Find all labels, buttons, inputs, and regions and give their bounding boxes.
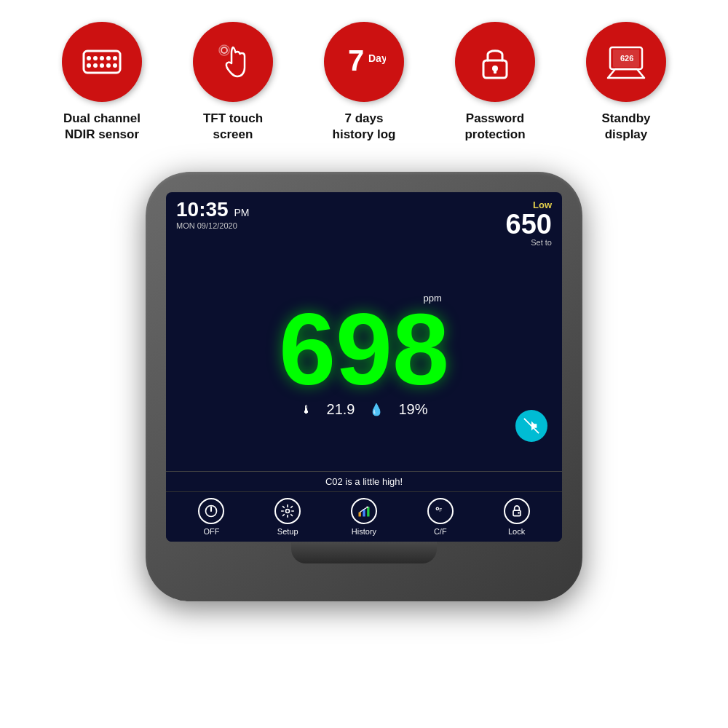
svg-point-1 xyxy=(87,56,91,60)
status-block: Low 650 Set to xyxy=(506,199,552,247)
set-to-label: Set to xyxy=(531,238,552,247)
chart-icon xyxy=(357,504,371,518)
device-container: 10:35 PM MON 09/12/2020 Low 650 Set to p… xyxy=(0,157,728,601)
lock-icon xyxy=(473,40,517,84)
lock-label: Lock xyxy=(508,527,525,536)
lock-toolbar-icon xyxy=(510,504,524,518)
password-icon-circle xyxy=(455,22,535,102)
standby-label: Standbydisplay xyxy=(601,111,650,143)
screen-date: MON 09/12/2020 xyxy=(176,221,249,230)
svg-point-9 xyxy=(113,56,117,60)
ampm-value: PM xyxy=(234,207,249,218)
mute-button[interactable] xyxy=(515,410,547,442)
svg-text:626: 626 xyxy=(620,54,633,63)
cf-label: C/F xyxy=(434,527,447,536)
history-icon: 7 Days xyxy=(342,40,386,84)
svg-rect-17 xyxy=(494,68,496,74)
svg-text:7: 7 xyxy=(348,44,364,76)
svg-point-4 xyxy=(93,63,98,68)
svg-text:F: F xyxy=(439,507,442,513)
feature-dual-channel: Dual channelNDIR sensor xyxy=(44,22,160,143)
history-icon-circle: 7 Days xyxy=(324,22,404,102)
gear-icon xyxy=(280,504,295,518)
svg-point-32 xyxy=(518,512,520,514)
display-icon: 626 xyxy=(604,40,648,84)
features-section: Dual channelNDIR sensor TFT touchscreen … xyxy=(0,0,728,157)
svg-point-3 xyxy=(93,56,98,60)
tft-touch-icon-circle xyxy=(193,22,273,102)
history-btn-label: History xyxy=(352,527,376,536)
mute-icon xyxy=(523,418,539,434)
svg-text:Days: Days xyxy=(368,52,386,64)
co2-limit-value: 650 xyxy=(506,210,552,238)
gear-icon-circle xyxy=(274,498,301,524)
svg-point-29 xyxy=(436,507,438,510)
history-label: 7 dayshistory log xyxy=(333,111,396,143)
toolbar-history-button[interactable]: History xyxy=(351,498,377,536)
time-block: 10:35 PM MON 09/12/2020 xyxy=(176,199,249,230)
svg-rect-25 xyxy=(358,513,360,517)
svg-point-7 xyxy=(106,56,111,60)
device-stand xyxy=(291,542,437,563)
sensor-icon xyxy=(80,40,124,84)
toolbar-lock-button[interactable]: Lock xyxy=(504,498,530,536)
device-screen: 10:35 PM MON 09/12/2020 Low 650 Set to p… xyxy=(166,192,562,542)
screen-time: 10:35 PM xyxy=(176,199,249,220)
svg-point-10 xyxy=(113,63,117,68)
tft-touch-label: TFT touchscreen xyxy=(203,111,263,143)
temp-icon-circle: F xyxy=(427,498,454,524)
standby-icon-circle: 626 xyxy=(586,22,666,102)
lock-icon-circle xyxy=(504,498,530,524)
power-icon-circle xyxy=(198,498,224,524)
time-value: 10:35 xyxy=(176,198,229,221)
power-icon xyxy=(204,504,218,518)
svg-point-5 xyxy=(100,56,104,60)
screen-main: 10:35 PM MON 09/12/2020 Low 650 Set to p… xyxy=(166,192,562,542)
dual-channel-icon-circle xyxy=(62,22,142,102)
svg-rect-27 xyxy=(367,507,369,516)
svg-point-11 xyxy=(221,47,227,53)
password-label: Passwordprotection xyxy=(464,111,525,143)
feature-password: Passwordprotection xyxy=(437,22,553,143)
toolbar-setup-button[interactable]: Setup xyxy=(274,498,301,536)
svg-point-24 xyxy=(286,510,290,513)
reading-area: ppm 698 🌡 21.9 💧 19% xyxy=(166,247,562,471)
alert-text: C02 is a little high! xyxy=(325,476,403,487)
setup-label: Setup xyxy=(277,527,298,536)
toolbar-cf-button[interactable]: F C/F xyxy=(427,498,454,536)
toolbar-off-button[interactable]: OFF xyxy=(198,498,224,536)
svg-point-6 xyxy=(100,63,104,68)
co2-reading: 698 xyxy=(279,304,449,395)
feature-standby: 626 Standbydisplay xyxy=(568,22,684,143)
celsius-fahrenheit-icon: F xyxy=(433,504,448,518)
screen-toolbar: OFF Setup xyxy=(166,491,562,542)
svg-point-2 xyxy=(87,63,91,68)
svg-point-8 xyxy=(106,63,111,68)
off-label: OFF xyxy=(203,527,219,536)
dual-channel-label: Dual channelNDIR sensor xyxy=(63,111,141,143)
chart-icon-circle xyxy=(351,498,377,524)
feature-tft-touch: TFT touchscreen xyxy=(175,22,291,143)
alert-message: C02 is a little high! xyxy=(166,471,562,491)
screen-topbar: 10:35 PM MON 09/12/2020 Low 650 Set to xyxy=(166,192,562,247)
device-body: 10:35 PM MON 09/12/2020 Low 650 Set to p… xyxy=(146,172,582,601)
touch-icon xyxy=(211,40,255,84)
feature-history: 7 Days 7 dayshistory log xyxy=(306,22,422,143)
svg-rect-0 xyxy=(84,51,120,73)
